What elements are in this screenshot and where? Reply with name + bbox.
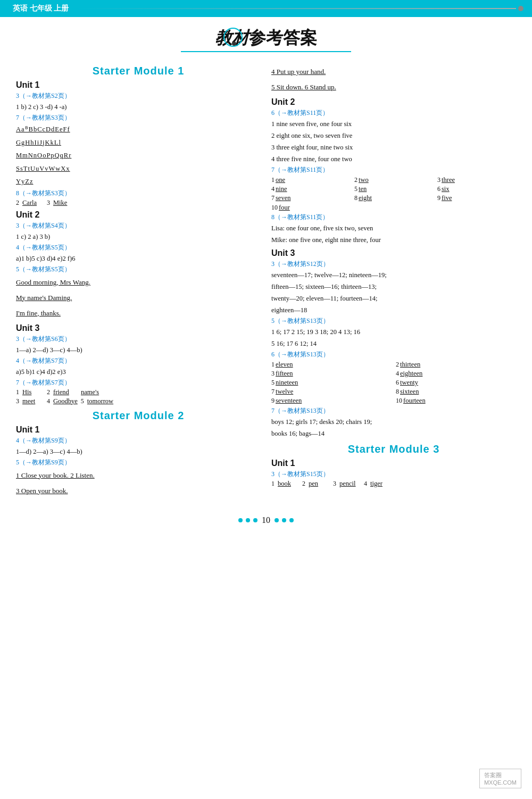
footer-dot-6 xyxy=(289,518,294,522)
m2u3-q6-item-4: 4 eighteen xyxy=(396,370,516,378)
m2-unit2-q8-lisa: Lisa: one four one, five six two, seven xyxy=(271,223,516,234)
unit1-q3-ref: 3（→教材第S2页） xyxy=(16,91,261,101)
m2u3-q6-item-9: 9 seventeen xyxy=(271,397,392,405)
q7-item-10: 10 four xyxy=(271,204,516,212)
footer-dot-4 xyxy=(275,518,279,522)
q7-goodbye: Goodbye xyxy=(53,397,78,405)
m3-unit1-q3-ref: 3（→教材第S15页） xyxy=(271,470,516,479)
header-title: 英语 七年级 上册 xyxy=(9,3,73,14)
m2-unit1-sentence-5-6: 5 Sit down. 6 Stand up. xyxy=(271,80,516,94)
q7-item-8: 8 eight xyxy=(354,194,433,202)
m2-unit3-q5-ans2: 5 16; 17 6 12; 14 xyxy=(271,338,516,349)
header-line xyxy=(77,8,516,9)
q7-friend: friend xyxy=(53,388,74,396)
q7-num-5: 5 xyxy=(81,397,84,405)
alphabet-line-1: AaᴮBbCcDdEeFf xyxy=(16,123,261,136)
module2-title: Starter Module 2 xyxy=(16,410,261,422)
m3-unit1-title: Unit 1 xyxy=(271,459,516,468)
m2-unit3-q5-ref: 5（→教材第S13页） xyxy=(271,317,516,326)
unit2-q4-ans: a)1 b)5 c)3 d)4 e)2 f)6 xyxy=(16,253,261,264)
unit3-q7-answers-row1: 1 His 2 friend name's xyxy=(16,388,261,396)
unit1-q3-ans: 1 b) 2 c) 3 -d) 4 -a) xyxy=(16,102,261,112)
unit2-sentence-3: I'm fine, thanks. xyxy=(16,306,261,320)
unit2-q4-ref: 4（→教材第S5页） xyxy=(16,243,261,252)
m2-unit1-sentence-2: 3 Open your book. xyxy=(16,484,261,498)
q8-num-2: 2 xyxy=(16,199,19,207)
m2-unit1-sentence-1: 1 Close your book. 2 Listen. xyxy=(16,469,261,482)
q7-num-4: 4 xyxy=(47,397,50,405)
m2u3-q6-item-2: 2 thirteen xyxy=(396,361,516,369)
m2-unit3-q6-ref: 6（→教材第S13页） xyxy=(271,350,516,359)
alphabet-line-5: YyZz xyxy=(16,176,261,188)
title-underline xyxy=(181,51,351,52)
watermark: 答案圈 MXQE.COM xyxy=(479,769,521,788)
unit1-title: Unit 1 xyxy=(16,80,261,90)
q7-num-2: 2 xyxy=(47,388,50,396)
m2-unit3-q7-ans: boys 12; girls 17; desks 20; chairs 19; xyxy=(271,417,516,427)
q7-item-6: 6 six xyxy=(437,185,516,193)
m2-unit2-title: Unit 2 xyxy=(271,97,516,107)
footer-dot-2 xyxy=(246,518,250,522)
q7-item-4: 4 nine xyxy=(271,185,350,193)
page-title-area: 教材参考答案 xyxy=(0,27,532,50)
q7-his: His xyxy=(22,388,44,396)
footer-dot-1 xyxy=(238,518,243,522)
unit3-q7-ref: 7（→教材第S7页） xyxy=(16,378,261,387)
page-header: 英语 七年级 上册 xyxy=(0,0,532,17)
unit3-q4-ref: 4（→教材第S7页） xyxy=(16,356,261,365)
q7-meet: meet xyxy=(22,397,44,405)
right-column: 4 Put up your hand. 5 Sit down. 6 Stand … xyxy=(271,61,516,500)
m2-unit2-q6-line2: 2 eight one six, two seven five xyxy=(271,130,516,141)
watermark-url: MXQE.COM xyxy=(484,779,517,786)
m2-unit3-q3-ref: 3（→教材第S12页） xyxy=(271,260,516,269)
alphabet-line-4: SsTtUuVvWwXx xyxy=(16,163,261,175)
footer-dots-right xyxy=(275,518,294,522)
page-title-bold: 参考答案 xyxy=(249,28,317,47)
m2-unit1-title: Unit 1 xyxy=(16,425,261,435)
unit1-q8-answers: 2 Carla 3 Mike xyxy=(16,199,261,207)
m2u3-q6-item-3: 3 fifteen xyxy=(271,370,392,378)
m2u3-q6-item-10: 10 fourteen xyxy=(396,397,516,405)
m2-unit3-q5-ans: 1 6; 17 2 15; 19 3 18; 20 4 13; 16 xyxy=(271,327,516,337)
unit3-q3-ans: 1—a) 2—d) 3—c) 4—b) xyxy=(16,345,261,355)
unit2-q3-ref: 3（→教材第S4页） xyxy=(16,221,261,230)
footer-dots-left xyxy=(238,518,257,522)
q7-item-7: 7 seven xyxy=(271,194,350,202)
m2-unit2-q6-line3: 3 three eight four, nine two six xyxy=(271,142,516,153)
m2-unit1-sentence-4: 4 Put up your hand. xyxy=(271,65,516,79)
alphabet-line-2: GgHhIiJjKkLl xyxy=(16,137,261,149)
m2-unit2-q7-ref: 7（→教材第S11页） xyxy=(271,165,516,174)
main-content: Starter Module 1 Unit 1 3（→教材第S2页） 1 b) … xyxy=(0,55,532,510)
q7-item-5: 5 ten xyxy=(354,185,433,193)
m2-unit3-q3-line4: eighteen—18 xyxy=(271,305,516,315)
q8-val-carla: Carla xyxy=(22,199,44,207)
m2-unit2-q7-grid: 1 one 2 two 3 three 4 nine 5 ten 6 six xyxy=(271,176,516,202)
m2-unit3-q7-ref: 7（→教材第S13页） xyxy=(271,406,516,415)
page-footer: 10 xyxy=(0,515,532,525)
alphabet-line-3: MmNnOoPpQqRr xyxy=(16,149,261,162)
unit3-q7-answers-row2: 3 meet 4 Goodbye 5 tomorrow xyxy=(16,397,261,405)
unit1-q7-ref: 7（→教材第S3页） xyxy=(16,113,261,122)
m2-unit3-q3-line1: seventeen—17; twelve—12; nineteen—19; xyxy=(271,270,516,280)
footer-dot-3 xyxy=(253,518,257,522)
m2-unit2-q6-ref: 6（→教材第S11页） xyxy=(271,109,516,118)
unit2-q5-ref: 5（→教材第S5页） xyxy=(16,265,261,274)
module1-title: Starter Module 1 xyxy=(16,65,261,77)
unit3-q3-ref: 3（→教材第S6页） xyxy=(16,335,261,344)
unit2-q3-ans: 1 c) 2 a) 3 b) xyxy=(16,231,261,242)
unit2-title: Unit 2 xyxy=(16,210,261,220)
m2-unit3-q3-line3: twenty—20; eleven—11; fourteen—14; xyxy=(271,293,516,304)
page-number: 10 xyxy=(262,515,270,525)
unit1-q8-ref: 8（→教材第S3页） xyxy=(16,189,261,198)
m2-unit1-q5-ref: 5（→教材第S9页） xyxy=(16,458,261,467)
module3-title: Starter Module 3 xyxy=(271,443,516,455)
m2-unit2-q8-mike: Mike: one five one, eight nine three, fo… xyxy=(271,235,516,245)
m2u3-q6-item-7: 7 twelve xyxy=(271,388,392,396)
q7-item-9: 9 five xyxy=(437,194,516,202)
watermark-text: 答案圈 xyxy=(484,771,517,779)
m2u3-q6-item-6: 6 twenty xyxy=(396,379,516,387)
m2-unit3-title: Unit 3 xyxy=(271,248,516,258)
footer-dot-5 xyxy=(282,518,286,522)
m2u3-q6-item-1: 1 eleven xyxy=(271,361,392,369)
q7-names: name's xyxy=(81,388,102,396)
